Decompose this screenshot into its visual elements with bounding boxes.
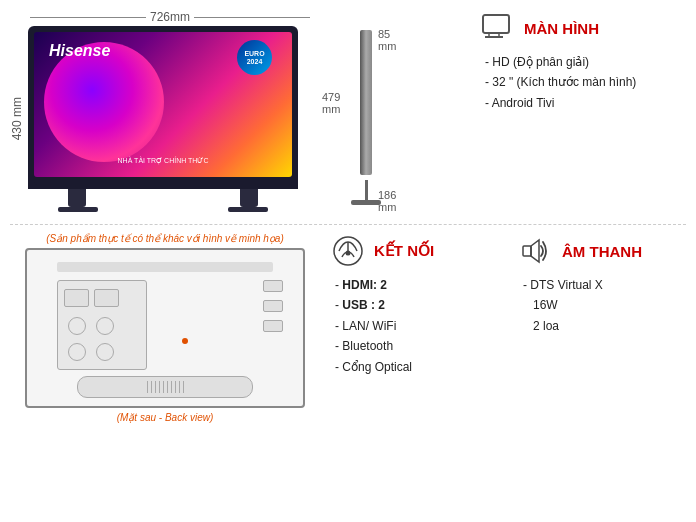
- connectivity-spec-title: KẾT NỐI: [374, 242, 434, 260]
- display-item-2: - Android Tivi: [485, 93, 686, 113]
- tv-stand: [28, 189, 298, 207]
- audio-item-1: 16W: [523, 295, 686, 315]
- display-spec-block: MÀN HÌNH - HD (Độ phân giải) - 32 " (Kíc…: [480, 10, 686, 113]
- stand-base: [28, 207, 298, 212]
- tv-euro-badge: EURO2024: [237, 40, 272, 75]
- grill-line: [167, 381, 168, 393]
- tv-side-area: 479mm 85mm 186mm: [360, 10, 460, 175]
- port-right-2: [263, 300, 283, 312]
- connectivity-spec-block: KẾT NỐI - HDMI: 2 - USB : 2 - LAN/ WiFi …: [330, 233, 498, 377]
- tv-bezel-bottom: [34, 177, 292, 185]
- tv-and-height: 430 mm Hisense EURO2024 NHÀ TÀI TRỢ CHÍN…: [10, 26, 330, 212]
- grill-line: [175, 381, 176, 393]
- display-spec-title: MÀN HÌNH: [524, 20, 599, 37]
- conn-item-4: - Cổng Optical: [335, 357, 498, 377]
- display-item-1: - 32 " (Kích thước màn hình): [485, 72, 686, 92]
- back-speaker-grill: [77, 376, 253, 398]
- tv-sponsor-text: NHÀ TÀI TRỢ CHÍNH THỨC: [118, 157, 209, 165]
- port-hdmi1: [64, 289, 89, 307]
- port-usb2: [96, 317, 114, 335]
- back-tv-frame: [25, 248, 305, 408]
- conn-item-2: - LAN/ WiFi: [335, 316, 498, 336]
- side-view-container: 479mm 85mm 186mm: [360, 30, 460, 175]
- port-hdmi2: [94, 289, 119, 307]
- bottom-specs: KẾT NỐI - HDMI: 2 - USB : 2 - LAN/ WiFi …: [330, 233, 686, 377]
- svg-rect-5: [523, 246, 531, 256]
- audio-item-0: - DTS Virtual X: [523, 275, 686, 295]
- port-lan: [68, 343, 86, 361]
- port-right-3: [263, 320, 283, 332]
- speaker-icon: [518, 233, 554, 269]
- grill-line: [159, 381, 160, 393]
- monitor-icon: [480, 10, 516, 46]
- tv-width-label: 726mm: [10, 10, 330, 24]
- tv-brand: Hisense: [49, 42, 110, 60]
- dim-186-label: 186mm: [378, 189, 396, 213]
- back-note-top: (Sản phẩm thực tế có thể khác với hình v…: [10, 233, 320, 244]
- audio-item-2: 2 loa: [523, 316, 686, 336]
- audio-spec-title-row: ÂM THANH: [518, 233, 686, 269]
- grill-line: [179, 381, 180, 393]
- side-stand-base: [351, 200, 381, 205]
- display-spec-title-row: MÀN HÌNH: [480, 10, 686, 46]
- stand-foot-left: [58, 207, 98, 212]
- tv-screen-swirl: [44, 42, 164, 162]
- back-view-area: (Sản phẩm thực tế có thể khác với hình v…: [10, 233, 320, 423]
- conn-item-0: - HDMI: 2: [335, 275, 498, 295]
- grill-line: [163, 381, 164, 393]
- connectivity-spec-items: - HDMI: 2 - USB : 2 - LAN/ WiFi - Blueto…: [330, 275, 498, 377]
- main-container: 726mm 430 mm Hisense EURO2024: [0, 0, 696, 522]
- display-spec-items: - HD (Độ phân giải) - 32 " (Kích thước m…: [480, 52, 686, 113]
- audio-spec-items: - DTS Virtual X 16W 2 loa: [518, 275, 686, 336]
- tv-side-profile: [360, 30, 372, 175]
- side-stand-neck: [365, 180, 368, 200]
- stand-foot-right: [228, 207, 268, 212]
- dim-479-label: 479mm: [322, 91, 340, 115]
- connectivity-spec-title-row: KẾT NỐI: [330, 233, 498, 269]
- grill-line: [171, 381, 172, 393]
- grill-line: [147, 381, 148, 393]
- grill-line: [183, 381, 184, 393]
- euro-circle: EURO2024: [237, 40, 272, 75]
- conn-item-3: - Bluetooth: [335, 336, 498, 356]
- tv-height-label: 430 mm: [10, 97, 24, 140]
- tv-frame: Hisense EURO2024 NHÀ TÀI TRỢ CHÍNH THỨC: [28, 26, 298, 189]
- audio-spec-title: ÂM THANH: [562, 243, 642, 260]
- bottom-section: (Sản phẩm thực tế có thể khác với hình v…: [10, 224, 686, 423]
- back-port-row: [57, 262, 273, 272]
- back-note-bottom: (Mặt sau - Back view): [10, 412, 320, 423]
- port-optical: [96, 343, 114, 361]
- conn-item-1: - USB : 2: [335, 295, 498, 315]
- tv-front-area: 726mm 430 mm Hisense EURO2024: [10, 10, 330, 212]
- grill-line: [155, 381, 156, 393]
- stand-leg-right: [240, 189, 258, 207]
- tv-side-stand: [351, 180, 381, 205]
- stand-leg-left: [68, 189, 86, 207]
- port-right-1: [263, 280, 283, 292]
- svg-rect-0: [483, 15, 509, 33]
- port-usb1: [68, 317, 86, 335]
- top-section: 726mm 430 mm Hisense EURO2024: [10, 10, 686, 212]
- grill-line: [151, 381, 152, 393]
- audio-spec-block: ÂM THANH - DTS Virtual X 16W 2 loa: [518, 233, 686, 377]
- specs-panel: MÀN HÌNH - HD (Độ phân giải) - 32 " (Kíc…: [480, 10, 686, 123]
- dim-85-label: 85mm: [378, 28, 396, 52]
- wifi-icon: [330, 233, 366, 269]
- back-dot: [182, 338, 188, 344]
- back-center-unit: [57, 280, 147, 370]
- display-item-0: - HD (Độ phân giải): [485, 52, 686, 72]
- tv-screen: Hisense EURO2024 NHÀ TÀI TRỢ CHÍNH THỨC: [34, 32, 292, 177]
